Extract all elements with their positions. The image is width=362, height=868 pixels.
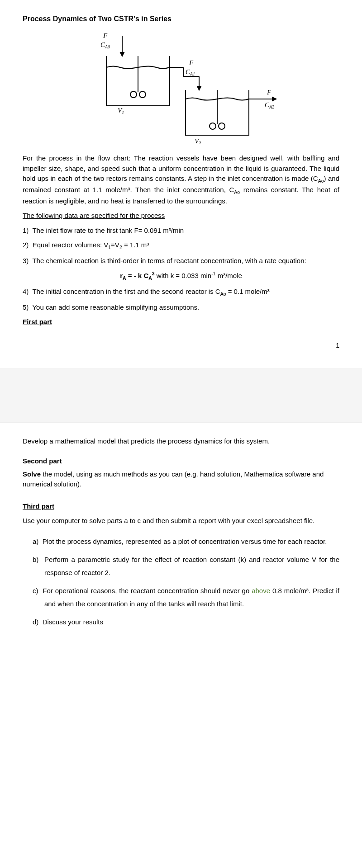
document-title: Process Dynamics of Two CSTR's in Series [23, 14, 339, 24]
spec-item-5: 5) You can add some reasonable simplifyi… [23, 302, 339, 313]
rate-equation: rA = - k CA3 with k = 0.033 min-1 m³/mol… [23, 270, 339, 282]
page-number: 1 [23, 341, 339, 350]
svg-point-11 [210, 123, 216, 129]
intro-paragraph: For the process in the flow chart: The r… [23, 153, 339, 206]
spec-item-4: 4) The initial concentration in the firs… [23, 287, 339, 298]
sub-item-d: d) Discuss your results [33, 616, 339, 629]
spec-list-2: 4) The initial concentration in the firs… [23, 287, 339, 312]
page-gap [0, 368, 362, 423]
label-v2: V2 [195, 137, 201, 144]
sub-item-a: a) Plot the process dynamics, represente… [33, 535, 339, 548]
cstr-diagram: F CA0 V1 F CA1 V2 F CA2 [63, 31, 299, 144]
first-part-heading: First part [23, 317, 339, 327]
label-mid-c: CA1 [186, 68, 195, 76]
label-v1: V1 [118, 107, 124, 115]
label-inlet-f: F [103, 32, 108, 39]
third-part-body: Use your computer to solve parts a to c … [23, 516, 339, 526]
label-out-f: F [267, 89, 272, 96]
svg-point-4 [139, 91, 146, 98]
spec-item-2: 2) Equal reactor volumes: V1=V2 = 1.1 m³ [23, 240, 339, 251]
page-2: Develop a mathematical model that predic… [0, 423, 362, 652]
label-out-c: CA2 [265, 101, 274, 109]
page-1: Process Dynamics of Two CSTR's in Series [0, 0, 362, 368]
develop-paragraph: Develop a mathematical model that predic… [23, 436, 339, 447]
svg-marker-14 [272, 97, 276, 101]
spec-list: 1) The inlet flow rate to the first tank… [23, 226, 339, 266]
label-mid-f: F [189, 59, 194, 66]
second-part-heading: Second part [23, 456, 339, 467]
spec-item-1: 1) The inlet flow rate to the first tank… [23, 226, 339, 236]
svg-marker-9 [197, 86, 201, 90]
svg-point-12 [219, 123, 225, 129]
spec-heading: The following data are specified for the… [23, 211, 339, 221]
second-part-body: Solve the model, using as much methods a… [23, 469, 339, 490]
third-part-heading: Third part [23, 501, 339, 512]
spec-item-3: 3) The chemical reaction is third-order … [23, 256, 339, 266]
label-inlet-c: CA0 [100, 41, 110, 49]
sub-item-c: c) For operational reasons, the reactant… [33, 585, 339, 610]
third-part-sublist: a) Plot the process dynamics, represente… [23, 535, 339, 629]
sub-item-b: b) Perform a parametric study for the ef… [33, 553, 339, 579]
svg-marker-1 [120, 52, 124, 56]
svg-point-3 [130, 91, 137, 98]
